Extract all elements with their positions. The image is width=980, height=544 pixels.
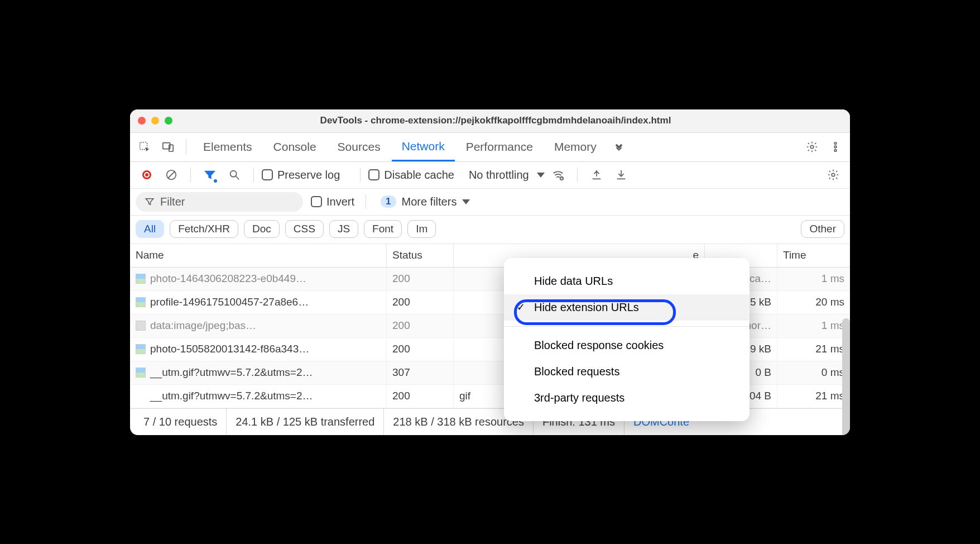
chip-css[interactable]: CSS — [285, 220, 324, 238]
separator — [186, 139, 186, 155]
close-window-button[interactable] — [138, 117, 146, 125]
filter-placeholder: Filter — [160, 195, 185, 208]
tab-sources[interactable]: Sources — [328, 133, 391, 161]
svg-line-10 — [236, 176, 239, 180]
col-time[interactable]: Time — [777, 244, 850, 267]
network-toolbar: Preserve log Disable cache No throttling — [130, 162, 850, 189]
export-har-icon[interactable] — [610, 164, 632, 186]
check-icon: ✓ — [515, 301, 526, 313]
cell-status: 200 — [387, 268, 454, 290]
cell-name: __utm.gif?utmwv=5.7.2&utms=2… — [130, 385, 387, 408]
chevron-down-icon — [537, 173, 545, 178]
toggle-device-toolbar-icon[interactable] — [157, 136, 179, 158]
tab-console[interactable]: Console — [263, 133, 326, 161]
svg-point-9 — [230, 171, 237, 177]
more-filters-dropdown[interactable]: 1 More filters — [377, 193, 473, 211]
menu-item[interactable]: Blocked requests — [504, 359, 750, 385]
more-filters-count: 1 — [381, 195, 396, 208]
cell-time: 1 ms — [777, 268, 850, 290]
cell-time: 20 ms — [777, 291, 850, 314]
titlebar: DevTools - chrome-extension://pejkokffka… — [130, 109, 850, 133]
throttling-value: No throttling — [469, 169, 529, 182]
cell-status: 200 — [387, 385, 454, 408]
invert-checkbox[interactable]: Invert — [311, 195, 354, 208]
filter-bar: Filter Invert 1 More filters — [130, 189, 850, 216]
menu-item[interactable]: ✓Hide extension URLs — [504, 294, 750, 321]
status-transferred: 24.1 kB / 125 kB transferred — [227, 409, 384, 435]
cell-name: profile-1496175100457-27a8e6… — [130, 291, 387, 314]
record-button[interactable] — [136, 164, 158, 186]
tab-performance[interactable]: Performance — [456, 133, 543, 161]
cell-time: 21 ms — [777, 338, 850, 361]
disable-cache-label: Disable cache — [384, 169, 454, 182]
search-icon[interactable] — [223, 164, 246, 186]
menu-item[interactable]: 3rd-party requests — [504, 385, 750, 411]
separator — [366, 194, 366, 209]
window-title: DevTools - chrome-extension://pejkokffka… — [182, 115, 809, 126]
throttling-select[interactable]: No throttling — [469, 169, 545, 182]
col-status[interactable]: Status — [387, 244, 454, 267]
request-name: profile-1496175100457-27a8e6… — [150, 296, 309, 308]
chip-js[interactable]: JS — [329, 220, 358, 238]
menu-item[interactable]: Blocked response cookies — [504, 332, 750, 359]
scrollbar[interactable] — [842, 318, 850, 435]
request-name: photo-1464306208223-e0b449… — [150, 273, 306, 285]
chip-fetch-xhr[interactable]: Fetch/XHR — [170, 220, 238, 238]
menu-item-label: Hide extension URLs — [534, 301, 639, 314]
cell-status: 200 — [387, 314, 454, 337]
request-name: data:image/jpeg;bas… — [150, 319, 256, 332]
kebab-menu-icon[interactable] — [824, 136, 847, 158]
settings-gear-icon[interactable] — [801, 136, 823, 158]
svg-point-4 — [834, 142, 837, 145]
panel-tabs: Elements Console Sources Network Perform… — [130, 133, 850, 162]
svg-point-3 — [810, 145, 814, 149]
preserve-log-checkbox[interactable]: Preserve log — [262, 169, 340, 182]
import-har-icon[interactable] — [585, 164, 608, 186]
tab-memory[interactable]: Memory — [544, 133, 607, 161]
disable-cache-checkbox[interactable]: Disable cache — [368, 169, 454, 182]
svg-point-5 — [834, 146, 837, 148]
more-tabs-icon[interactable] — [608, 136, 630, 158]
devtools-window: DevTools - chrome-extension://pejkokffka… — [130, 109, 850, 435]
request-type-chips: All Fetch/XHR Doc CSS JS Font Im Other — [130, 216, 850, 244]
filter-input[interactable]: Filter — [136, 192, 303, 212]
menu-divider — [504, 326, 750, 327]
menu-item-label: Blocked response cookies — [534, 339, 664, 352]
chip-all[interactable]: All — [136, 220, 164, 238]
tab-elements[interactable]: Elements — [193, 133, 262, 161]
filter-toggle-icon[interactable] — [199, 164, 221, 186]
file-icon — [136, 321, 146, 331]
cell-time: 0 ms — [777, 361, 850, 384]
more-filters-menu: Hide data URLs✓Hide extension URLsBlocke… — [504, 258, 750, 421]
menu-item[interactable]: Hide data URLs — [504, 268, 750, 294]
col-name[interactable]: Name — [130, 244, 387, 267]
chip-img[interactable]: Im — [407, 220, 436, 238]
request-name: __utm.gif?utmwv=5.7.2&utms=2… — [150, 390, 313, 402]
cell-time: 1 ms — [777, 314, 850, 337]
zoom-window-button[interactable] — [165, 117, 172, 125]
inspect-element-icon[interactable] — [133, 136, 156, 158]
menu-item-label: 3rd-party requests — [534, 392, 624, 404]
cell-status: 200 — [387, 291, 454, 314]
chip-other[interactable]: Other — [801, 220, 844, 238]
status-requests: 7 / 10 requests — [134, 409, 227, 435]
tab-network[interactable]: Network — [392, 133, 455, 161]
chip-doc[interactable]: Doc — [244, 220, 280, 238]
chip-font[interactable]: Font — [364, 220, 402, 238]
network-conditions-icon[interactable] — [547, 164, 569, 186]
cell-name: data:image/jpeg;bas… — [130, 314, 387, 337]
preserve-log-label: Preserve log — [277, 169, 340, 182]
cell-name: __utm.gif?utmwv=5.7.2&utms=2… — [130, 361, 387, 384]
file-icon — [136, 344, 146, 354]
minimize-window-button[interactable] — [151, 117, 159, 125]
network-settings-gear-icon[interactable] — [822, 164, 844, 186]
cell-status: 307 — [387, 361, 454, 384]
chevron-down-icon — [462, 199, 470, 204]
window-controls — [138, 117, 172, 125]
cell-time: 21 ms — [777, 385, 850, 408]
request-name: __utm.gif?utmwv=5.7.2&utms=2… — [150, 366, 313, 379]
more-filters-label: More filters — [402, 195, 457, 208]
clear-button[interactable] — [160, 164, 182, 186]
svg-line-8 — [168, 171, 175, 179]
cell-name: photo-1505820013142-f86a343… — [130, 338, 387, 361]
